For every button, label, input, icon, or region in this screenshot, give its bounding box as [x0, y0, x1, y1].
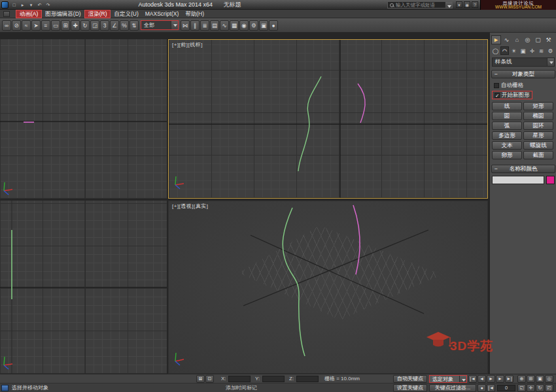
- next-frame-button[interactable]: ►: [496, 375, 504, 383]
- zoom-all-icon[interactable]: ⊞: [527, 375, 535, 383]
- start-new-shape-checkbox-row[interactable]: ✓ 开始新图形: [492, 91, 532, 99]
- y-coordinate-field[interactable]: [262, 376, 285, 382]
- orbit-icon[interactable]: ↻: [536, 384, 544, 392]
- select-object-icon[interactable]: ➤: [31, 20, 41, 31]
- app-logo[interactable]: [1, 1, 9, 8]
- cat-space-warps[interactable]: ≋: [537, 46, 546, 55]
- viewport-top[interactable]: [0, 39, 167, 199]
- shape-type-dropdown[interactable]: 样条线: [492, 57, 555, 67]
- zoom-extents-icon[interactable]: ▣: [536, 375, 544, 383]
- object-type-button[interactable]: 弧: [492, 122, 522, 130]
- object-type-button[interactable]: 文本: [492, 141, 522, 150]
- key-mode-dropdown[interactable]: 选定对象: [429, 375, 467, 383]
- go-to-start-button[interactable]: |◄: [468, 375, 477, 383]
- viewport-front-label[interactable]: [+][前][线框]: [172, 41, 203, 48]
- rollout-object-type[interactable]: − 对象类型: [491, 70, 555, 78]
- cat-systems[interactable]: ⚙: [546, 46, 555, 55]
- auto-key-button[interactable]: 自动关键点: [393, 375, 427, 383]
- viewport-left[interactable]: [0, 201, 167, 374]
- menu-item[interactable]: MAXScript(X): [142, 10, 182, 18]
- select-and-link-icon[interactable]: ∞: [2, 20, 11, 31]
- object-name-field[interactable]: [492, 176, 544, 184]
- viewport-perspective-label[interactable]: [+][透视][真实]: [172, 203, 209, 210]
- menu-item[interactable]: 图形编辑器(D): [42, 10, 84, 18]
- communication-center-icon[interactable]: ◉: [464, 1, 470, 8]
- render-setup-icon[interactable]: ⚙: [249, 20, 258, 31]
- menu-item[interactable]: 渲染(R): [84, 10, 111, 18]
- maxscript-mini-listener[interactable]: [1, 385, 9, 391]
- select-by-name-icon[interactable]: ≡: [41, 20, 50, 31]
- object-type-button[interactable]: 截面: [523, 151, 553, 159]
- selection-region-icon[interactable]: ▭: [51, 20, 60, 31]
- previous-frame-button[interactable]: ◄: [478, 375, 486, 383]
- search-dropdown-arrow-icon[interactable]: [445, 2, 452, 8]
- start-new-shape-checkbox[interactable]: ✓: [495, 93, 500, 98]
- object-color-swatch[interactable]: [546, 176, 555, 184]
- go-to-end-button[interactable]: ►|: [505, 375, 513, 383]
- x-coordinate-field[interactable]: [228, 376, 251, 382]
- unlink-selection-icon[interactable]: ⊘: [12, 20, 21, 31]
- tab-modify[interactable]: ∿: [502, 35, 512, 44]
- percent-snap-icon[interactable]: %: [120, 20, 129, 31]
- mirror-icon[interactable]: ⋈: [181, 20, 190, 31]
- object-type-button[interactable]: 矩形: [523, 102, 553, 110]
- chevron-down-icon[interactable]: [171, 21, 178, 29]
- help-icon[interactable]: ?: [472, 1, 478, 8]
- current-frame-field[interactable]: 0: [497, 385, 515, 391]
- zoom-icon[interactable]: ⊕: [517, 375, 526, 383]
- spinner-snap-icon[interactable]: ⇅: [130, 20, 139, 31]
- tab-create[interactable]: ►: [491, 35, 501, 44]
- object-type-button[interactable]: 卵形: [492, 151, 522, 159]
- open-file-icon[interactable]: ▸: [19, 1, 26, 8]
- viewport-front[interactable]: [+][前][线框]: [168, 39, 488, 199]
- tab-display[interactable]: ▢: [533, 35, 543, 44]
- object-type-button[interactable]: 星形: [523, 131, 553, 140]
- dope-sheet-icon[interactable]: ▦: [230, 20, 239, 31]
- cat-geometry[interactable]: ◯: [491, 46, 500, 55]
- menu-item[interactable]: 自定义(U): [111, 10, 141, 18]
- angle-snap-icon[interactable]: ∠: [110, 20, 119, 31]
- z-coordinate-field[interactable]: [296, 376, 319, 382]
- cat-lights[interactable]: ☀: [510, 46, 518, 55]
- redo-icon[interactable]: ↷: [44, 1, 52, 8]
- rendered-frame-icon[interactable]: ▣: [259, 20, 268, 31]
- autogrid-checkbox[interactable]: [494, 83, 499, 88]
- window-crossing-icon[interactable]: ⊞: [61, 20, 70, 31]
- chevron-down-icon[interactable]: [459, 376, 466, 382]
- play-button[interactable]: ►: [487, 375, 495, 383]
- object-type-button[interactable]: 圆环: [523, 122, 553, 130]
- pink-spline-perspective[interactable]: [353, 205, 360, 274]
- chevron-down-icon[interactable]: [547, 58, 554, 66]
- menu-item[interactable]: 帮助(H): [182, 10, 207, 18]
- key-step-button[interactable]: |◄: [487, 384, 495, 392]
- absolute-relative-icon[interactable]: ⊡: [205, 375, 214, 383]
- pink-spline-front-view[interactable]: [358, 84, 365, 123]
- add-time-tag[interactable]: 添加时间标记: [226, 385, 257, 391]
- autogrid-checkbox-row[interactable]: 自动栅格: [494, 81, 523, 90]
- sign-in-icon[interactable]: ▾: [456, 1, 462, 8]
- tab-motion[interactable]: ◎: [523, 35, 532, 44]
- undo-icon[interactable]: ↶: [36, 1, 43, 8]
- object-type-button[interactable]: 螺旋线: [523, 141, 553, 150]
- tab-hierarchy[interactable]: ⌂: [512, 35, 522, 44]
- rollout-name-and-color[interactable]: − 名称和颜色: [491, 165, 555, 173]
- field-of-view-icon[interactable]: ◱: [517, 384, 526, 392]
- pan-icon[interactable]: ✛: [527, 384, 535, 392]
- save-file-icon[interactable]: ▾: [27, 1, 35, 8]
- key-filters-button[interactable]: 关键点过滤器...: [429, 384, 476, 392]
- selection-lock-icon[interactable]: ⊠: [196, 375, 205, 383]
- object-type-button[interactable]: 圆: [492, 112, 522, 120]
- set-key-toggle-button[interactable]: ●: [478, 384, 486, 392]
- menu-grid-icon[interactable]: [3, 11, 10, 17]
- selection-filter-dropdown[interactable]: 全部: [141, 20, 179, 30]
- material-editor-icon[interactable]: ◉: [239, 20, 249, 31]
- render-production-icon[interactable]: ●: [269, 20, 278, 31]
- bind-to-space-warp-icon[interactable]: ≈: [22, 20, 31, 31]
- layer-manager-icon[interactable]: ≣: [200, 20, 209, 31]
- snap-toggle-icon[interactable]: 3: [100, 20, 109, 31]
- object-type-button[interactable]: 多边形: [492, 131, 522, 140]
- align-icon[interactable]: ∥: [190, 20, 200, 31]
- search-input[interactable]: [394, 2, 445, 8]
- cat-shapes[interactable]: ◠: [500, 46, 509, 55]
- new-scene-icon[interactable]: □: [10, 1, 18, 8]
